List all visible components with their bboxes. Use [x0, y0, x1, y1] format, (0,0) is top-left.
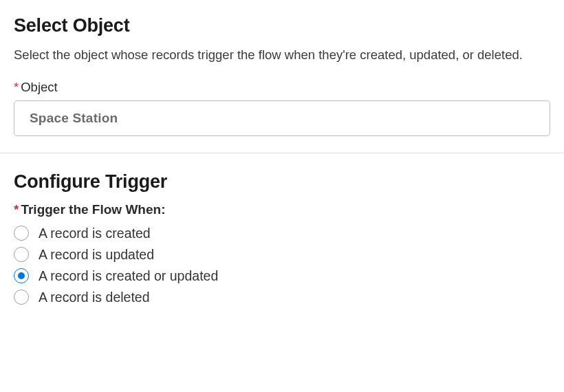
required-asterisk-icon: *	[14, 80, 19, 94]
radio-option-created-or-updated[interactable]: A record is created or updated	[14, 268, 550, 284]
trigger-legend: *Trigger the Flow When:	[14, 202, 550, 217]
radio-icon	[14, 226, 29, 241]
radio-icon	[14, 290, 29, 305]
select-object-section: Select Object Select the object whose re…	[12, 12, 552, 153]
object-label-text: Object	[21, 80, 57, 94]
trigger-radio-group: A record is created A record is updated …	[14, 226, 550, 305]
radio-label: A record is updated	[39, 247, 154, 263]
required-asterisk-icon: *	[14, 202, 19, 217]
radio-option-deleted[interactable]: A record is deleted	[14, 290, 550, 305]
select-object-heading: Select Object	[14, 15, 550, 36]
object-field-label: *Object	[14, 80, 550, 95]
radio-label: A record is created or updated	[39, 268, 218, 284]
radio-dot-icon	[18, 272, 25, 279]
configure-trigger-heading: Configure Trigger	[14, 171, 550, 193]
radio-option-created[interactable]: A record is created	[14, 226, 550, 241]
radio-label: A record is created	[39, 226, 151, 241]
radio-label: A record is deleted	[39, 290, 150, 305]
radio-icon	[14, 247, 29, 262]
select-object-description: Select the object whose records trigger …	[14, 46, 536, 65]
radio-option-updated[interactable]: A record is updated	[14, 247, 550, 263]
trigger-legend-text: Trigger the Flow When:	[21, 202, 165, 217]
configure-trigger-section: Configure Trigger *Trigger the Flow When…	[12, 153, 552, 322]
radio-icon	[14, 268, 29, 283]
object-input[interactable]: Space Station	[14, 100, 550, 136]
